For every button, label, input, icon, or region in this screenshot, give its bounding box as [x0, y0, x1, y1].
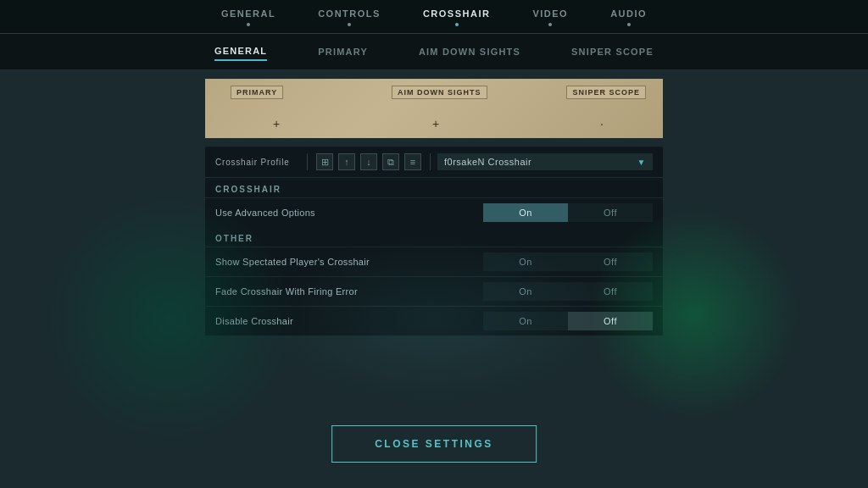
toggle-disable-crosshair: On Off: [483, 312, 653, 330]
section-header-crosshair: CROSSHAIR: [205, 178, 663, 197]
toggle-off-disable[interactable]: Off: [568, 312, 653, 330]
toggle-off-spectated[interactable]: Off: [568, 252, 653, 271]
section-header-other: OTHER: [205, 227, 663, 247]
setting-row-advanced-options: Use Advanced Options On Off: [205, 197, 663, 227]
profile-icon-manage[interactable]: ≡: [404, 153, 421, 170]
nav-dot-video: [548, 23, 552, 26]
setting-row-disable-crosshair: Disable Crosshair On Off: [205, 306, 663, 336]
setting-label-spectated-crosshair: Show Spectated Player's Crosshair: [215, 257, 483, 267]
toggle-off-fade[interactable]: Off: [568, 282, 653, 301]
setting-label-fade-crosshair: Fade Crosshair With Firing Error: [215, 286, 483, 297]
nav-dot-audio: [627, 23, 631, 26]
nav-dot-general: [247, 23, 250, 26]
crosshair-dot-primary: +: [273, 118, 276, 121]
subnav-sniper-scope[interactable]: SNIPER SCOPE: [571, 43, 654, 60]
sub-nav: GENERAL PRIMARY AIM DOWN SIGHTS SNIPER S…: [0, 34, 868, 70]
setting-row-spectated-crosshair: Show Spectated Player's Crosshair On Off: [205, 247, 663, 276]
nav-item-audio[interactable]: AUDIO: [610, 8, 647, 26]
profile-icon-download[interactable]: ↓: [360, 153, 377, 170]
crosshair-dot-sniper: ·: [600, 118, 604, 121]
profile-select[interactable]: f0rsakeN Crosshair ▼: [437, 153, 653, 170]
nav-item-video[interactable]: VIDEO: [532, 8, 568, 26]
toggle-on-disable[interactable]: On: [483, 312, 568, 330]
toggle-on-fade[interactable]: On: [483, 282, 568, 301]
top-nav: GENERAL CONTROLS CROSSHAIR VIDEO AUDIO: [0, 0, 868, 34]
dropdown-arrow-icon: ▼: [637, 158, 646, 167]
profile-icon-copy[interactable]: ⧉: [382, 153, 399, 170]
setting-row-fade-crosshair: Fade Crosshair With Firing Error On Off: [205, 276, 663, 306]
close-settings-container: CLOSE SETTINGS: [331, 425, 537, 463]
crosshair-preview: PRIMARY AIM DOWN SIGHTS SNIPER SCOPE + +…: [205, 79, 663, 138]
profile-icons: ⊞ ↑ ↓ ⧉ ≡: [307, 153, 431, 170]
crosshair-dot-aim: +: [432, 118, 436, 121]
toggle-off-advanced-options[interactable]: Off: [568, 203, 653, 222]
profile-icon-upload[interactable]: ↑: [338, 153, 355, 170]
preview-label-primary: PRIMARY: [231, 86, 283, 99]
close-settings-button[interactable]: CLOSE SETTINGS: [331, 425, 537, 463]
nav-dot-controls: [348, 23, 351, 26]
subnav-general[interactable]: GENERAL: [214, 42, 267, 61]
toggle-spectated-crosshair: On Off: [483, 252, 653, 271]
nav-dot-crosshair: [455, 23, 459, 26]
preview-label-aim: AIM DOWN SIGHTS: [392, 86, 487, 99]
subnav-aim-down-sights[interactable]: AIM DOWN SIGHTS: [419, 43, 520, 60]
toggle-on-spectated[interactable]: On: [483, 252, 568, 271]
profile-selected-name: f0rsakeN Crosshair: [444, 157, 531, 167]
toggle-advanced-options: On Off: [483, 203, 653, 222]
settings-content: Crosshair Profile ⊞ ↑ ↓ ⧉ ≡ f0rsakeN Cro…: [205, 147, 663, 336]
toggle-on-advanced-options[interactable]: On: [483, 203, 568, 222]
nav-item-general[interactable]: GENERAL: [221, 8, 275, 26]
preview-label-sniper: SNIPER SCOPE: [566, 86, 646, 99]
profile-icon-new[interactable]: ⊞: [316, 153, 333, 170]
subnav-primary[interactable]: PRIMARY: [318, 43, 368, 60]
setting-label-disable-crosshair: Disable Crosshair: [215, 316, 483, 326]
profile-row: Crosshair Profile ⊞ ↑ ↓ ⧉ ≡ f0rsakeN Cro…: [205, 147, 663, 178]
toggle-fade-crosshair: On Off: [483, 282, 653, 301]
nav-item-controls[interactable]: CONTROLS: [318, 8, 381, 26]
nav-item-crosshair[interactable]: CROSSHAIR: [423, 8, 491, 26]
setting-label-advanced-options: Use Advanced Options: [215, 208, 483, 218]
profile-label: Crosshair Profile: [215, 158, 300, 167]
